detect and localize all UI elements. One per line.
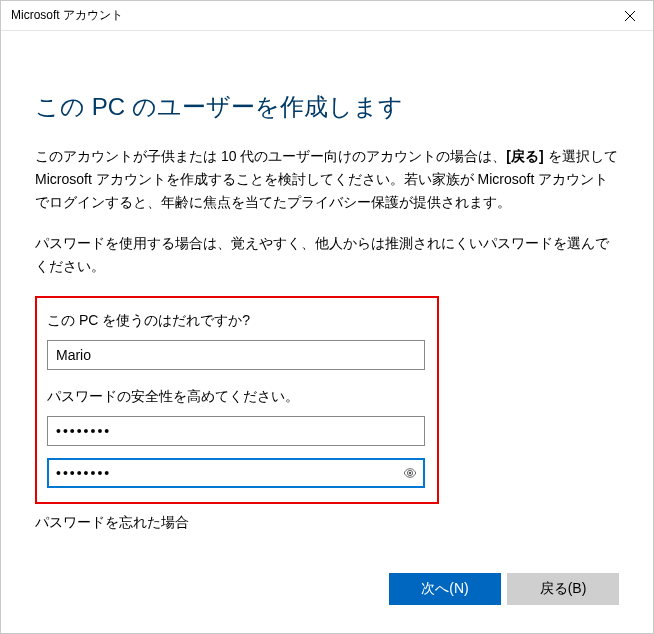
username-input[interactable] [47, 340, 425, 370]
password-input[interactable] [47, 416, 425, 446]
eye-icon [403, 466, 417, 480]
password-reveal-button[interactable] [401, 464, 419, 482]
close-icon [625, 11, 635, 21]
page-title: この PC のユーザーを作成します [35, 91, 619, 123]
password-confirm-input[interactable] [47, 458, 425, 488]
svg-point-2 [409, 472, 411, 474]
content-area: この PC のユーザーを作成します このアカウントが子供または 10 代のユーザ… [1, 31, 653, 532]
password-hint-paragraph: パスワードを使用する場合は、覚えやすく、他人からは推測されにくいパスワードを選ん… [35, 232, 619, 278]
intro-paragraph: このアカウントが子供または 10 代のユーザー向けのアカウントの場合は、[戻る]… [35, 145, 619, 214]
intro-bold: [戻る] [506, 148, 543, 164]
password-confirm-field-wrap [47, 458, 425, 488]
form-highlight-box: この PC を使うのはだれですか? パスワードの安全性を高めてください。 [35, 296, 439, 504]
password-section-label: パスワードの安全性を高めてください。 [47, 388, 427, 406]
dialog-window: Microsoft アカウント この PC のユーザーを作成します このアカウン… [0, 0, 654, 634]
window-title: Microsoft アカウント [1, 7, 607, 24]
titlebar: Microsoft アカウント [1, 1, 653, 31]
forgot-password-label: パスワードを忘れた場合 [35, 514, 619, 532]
close-button[interactable] [607, 1, 653, 31]
username-label: この PC を使うのはだれですか? [47, 312, 427, 330]
password-field-wrap [47, 416, 425, 446]
back-button[interactable]: 戻る(B) [507, 573, 619, 605]
button-row: 次へ(N) 戻る(B) [389, 573, 619, 605]
intro-prefix: このアカウントが子供または 10 代のユーザー向けのアカウントの場合は、 [35, 148, 506, 164]
next-button[interactable]: 次へ(N) [389, 573, 501, 605]
